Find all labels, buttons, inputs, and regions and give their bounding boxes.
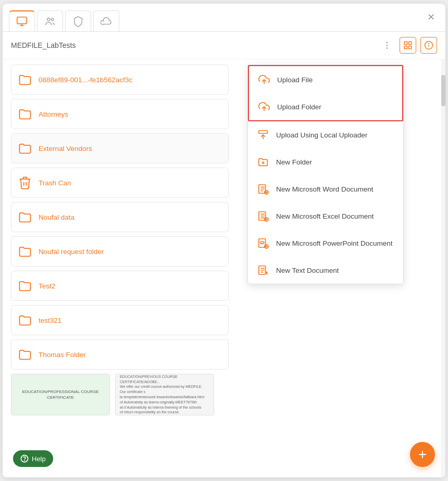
thumbnail[interactable]: EDUCATION/PROFESSIONAL COURSE CERTIFICAT…: [11, 374, 110, 415]
upload-file-label: Upload File: [277, 76, 313, 84]
new-excel-label: New Microsoft Excel Document: [276, 212, 374, 220]
folder-icon: [18, 347, 32, 362]
folder-icon: [18, 279, 32, 293]
upload-local-label: Upload Using Local Uploader: [276, 131, 368, 139]
folder-icon: [18, 141, 32, 156]
title-bar: ✕: [3, 4, 445, 32]
upload-file-icon: [257, 73, 271, 86]
folder-item[interactable]: Test2: [11, 271, 229, 301]
new-folder-icon: [256, 155, 270, 169]
new-word-label: New Microsoft Word Document: [276, 185, 374, 193]
thumbnail[interactable]: EDUCATION/PREVIOUS COURSE CERTIFICATE/AD…: [115, 374, 214, 415]
svg-rect-0: [17, 17, 27, 24]
folder-item[interactable]: Attorneys: [11, 99, 229, 129]
folder-icon: [18, 244, 32, 259]
word-icon: [256, 182, 270, 196]
header-actions: [379, 37, 437, 54]
svg-point-6: [387, 45, 388, 46]
fab-add-button[interactable]: +: [410, 442, 435, 467]
upload-folder-icon: [257, 100, 271, 113]
folder-name: External Vendors: [39, 145, 92, 153]
folder-item[interactable]: Noufal data: [11, 202, 229, 232]
tab-monitor[interactable]: [9, 10, 35, 31]
folder-icon: [18, 313, 32, 327]
help-label: Help: [32, 455, 46, 463]
folder-icon: [18, 72, 32, 87]
trash-icon: [18, 175, 32, 190]
dropdown-menu: Upload File Upload Folder: [247, 65, 404, 284]
new-ppt-button[interactable]: New Microsoft PowerPoint Document: [248, 230, 403, 257]
folder-name: Noufal request folder: [39, 248, 104, 256]
upload-local-button[interactable]: Upload Using Local Uploader: [248, 121, 403, 148]
new-ppt-label: New Microsoft PowerPoint Document: [276, 239, 393, 247]
upload-local-icon: [256, 128, 270, 142]
upload-folder-label: Upload Folder: [277, 103, 321, 111]
folder-name: test321: [39, 317, 61, 324]
close-button[interactable]: ✕: [424, 10, 438, 24]
right-panel: Upload File Upload Folder: [237, 59, 445, 477]
thumbnail-text: EDUCATION/PROFESSIONAL COURSE CERTIFICAT…: [11, 385, 109, 404]
new-word-button[interactable]: New Microsoft Word Document: [248, 175, 403, 202]
folder-name: Trash Can: [39, 179, 71, 187]
tab-shield[interactable]: [65, 10, 91, 31]
thumbnail-text: EDUCATION/PREVIOUS COURSE CERTIFICATE/AD…: [116, 374, 214, 415]
new-excel-button[interactable]: New Microsoft Excel Document: [248, 202, 403, 230]
info-button[interactable]: [420, 37, 437, 54]
folder-name: Noufal data: [39, 213, 74, 221]
svg-rect-8: [404, 42, 407, 44]
excel-icon: [256, 209, 270, 223]
header-bar: MEDFILE_LabTests: [3, 32, 445, 59]
svg-point-4: [51, 18, 54, 21]
folder-icon: [18, 210, 32, 224]
highlighted-upload-group: Upload File Upload Folder: [248, 65, 403, 121]
folder-name: 0888ef89-001...-fe1b562acf3c: [39, 76, 132, 84]
fab-label: +: [418, 446, 427, 463]
more-options-button[interactable]: [379, 37, 395, 54]
svg-rect-18: [259, 131, 268, 134]
new-folder-button[interactable]: New Folder: [248, 148, 403, 175]
page-title: MEDFILE_LabTests: [11, 41, 76, 49]
scroll-thumb[interactable]: [441, 75, 445, 106]
main-content: 0888ef89-001...-fe1b562acf3c Attorneys: [3, 59, 445, 477]
main-window: ✕ MEDFILE_LabTests: [3, 4, 445, 477]
new-text-label: New Text Document: [276, 267, 339, 274]
ppt-icon: [256, 236, 270, 250]
folder-list: 0888ef89-001...-fe1b562acf3c Attorneys: [3, 59, 237, 477]
thumbnails-row: EDUCATION/PROFESSIONAL COURSE CERTIFICAT…: [11, 374, 229, 415]
folder-item[interactable]: Noufal request folder: [11, 236, 229, 267]
new-text-button[interactable]: New Text Document: [248, 257, 403, 284]
help-button[interactable]: Help: [13, 450, 53, 467]
folder-item[interactable]: 0888ef89-001...-fe1b562acf3c: [11, 65, 229, 95]
new-folder-label: New Folder: [276, 158, 312, 166]
folder-item[interactable]: Thomas Folder: [11, 339, 229, 370]
svg-rect-10: [404, 46, 407, 49]
upload-folder-button[interactable]: Upload Folder: [249, 93, 402, 120]
text-doc-icon: [256, 263, 270, 277]
upload-file-button[interactable]: Upload File: [249, 66, 402, 93]
folder-name: Thomas Folder: [39, 351, 86, 359]
folder-item[interactable]: Trash Can: [11, 168, 229, 198]
folder-icon: [18, 107, 32, 121]
svg-point-7: [387, 47, 388, 49]
tab-users[interactable]: [37, 10, 63, 31]
svg-point-5: [387, 42, 388, 43]
folder-name: Attorneys: [39, 110, 68, 118]
folder-name: Test2: [39, 282, 55, 290]
svg-rect-9: [409, 42, 412, 44]
svg-rect-11: [409, 46, 412, 49]
scroll-track[interactable]: [441, 59, 445, 477]
svg-point-3: [47, 18, 51, 21]
folder-item[interactable]: test321: [11, 305, 229, 335]
grid-view-button[interactable]: [400, 37, 416, 54]
folder-item[interactable]: External Vendors: [11, 133, 229, 163]
tab-cloud[interactable]: [93, 10, 119, 31]
